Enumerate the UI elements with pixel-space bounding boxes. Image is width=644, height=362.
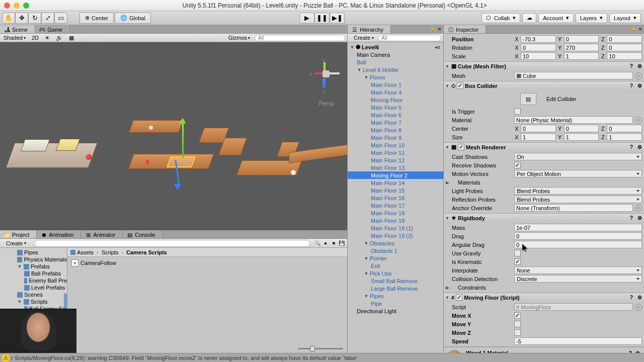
hierarchy-item[interactable]: Main Floor 9 bbox=[348, 134, 443, 141]
edit-collider-button[interactable]: ▨ bbox=[520, 93, 536, 105]
search-label-icon[interactable]: ★ bbox=[330, 240, 337, 247]
hierarchy-item[interactable]: Ball bbox=[348, 58, 443, 66]
2d-toggle[interactable]: 2D bbox=[30, 35, 40, 41]
scene-search[interactable] bbox=[255, 35, 345, 41]
hierarchy-item[interactable]: Main Floor 10 bbox=[348, 141, 443, 149]
move-z-checkbox[interactable] bbox=[514, 329, 521, 336]
interpolate-dropdown[interactable]: None bbox=[514, 266, 642, 274]
shaded-dropdown[interactable]: Shaded▾ bbox=[2, 35, 27, 41]
hierarchy-item[interactable]: Exit bbox=[348, 262, 443, 269]
help-icon[interactable]: ? bbox=[627, 349, 634, 353]
cast-shadows-dropdown[interactable]: On bbox=[514, 153, 642, 160]
object-picker-icon[interactable]: ○ bbox=[635, 72, 642, 79]
panel-menu-icon[interactable]: ≡ bbox=[436, 25, 443, 32]
inspector-menu-icon[interactable]: ≡ bbox=[637, 25, 644, 32]
breadcrumb-camera-scripts[interactable]: Camera Scripts bbox=[126, 249, 167, 255]
physic-material-field[interactable]: None (Physic Material) bbox=[514, 116, 633, 124]
audio-toggle[interactable]: 🔊 bbox=[54, 35, 64, 41]
rect-tool[interactable]: ▭ bbox=[54, 13, 67, 24]
cloud-button[interactable]: ☁ bbox=[522, 13, 536, 23]
gear-icon[interactable]: ⚙ bbox=[636, 63, 643, 70]
component-enabled-checkbox[interactable]: ✓ bbox=[457, 82, 463, 89]
rot-z[interactable]: 0 bbox=[607, 44, 642, 51]
search-filter-icon[interactable]: 🔍 bbox=[314, 240, 321, 247]
reflection-probes-dropdown[interactable]: Blend Probes bbox=[514, 196, 642, 203]
hierarchy-item[interactable]: Pipe bbox=[348, 300, 443, 307]
pos-z[interactable]: 0 bbox=[607, 35, 642, 43]
inspector-tab[interactable]: ⓘInspector bbox=[444, 25, 486, 33]
inspector-lock-icon[interactable]: 🔒 bbox=[630, 25, 637, 32]
object-picker-icon[interactable]: ○ bbox=[635, 117, 642, 124]
tree-scrollbar[interactable] bbox=[64, 293, 67, 308]
gizmos-dropdown[interactable]: Gizmos▾ bbox=[227, 35, 252, 41]
maximize-window[interactable] bbox=[23, 3, 29, 9]
rot-x[interactable]: 0 bbox=[521, 44, 556, 51]
move-tool[interactable]: ✥ bbox=[15, 13, 28, 24]
help-icon[interactable]: ? bbox=[628, 215, 635, 222]
project-files[interactable]: #CameraFollow bbox=[67, 257, 347, 353]
object-picker-icon[interactable]: ○ bbox=[635, 304, 642, 311]
hierarchy-item[interactable]: Main Floor 19 (1) bbox=[348, 224, 443, 232]
minimize-window[interactable] bbox=[14, 3, 20, 9]
search-save-icon[interactable]: 💾 bbox=[338, 240, 345, 247]
scale-z[interactable]: 10 bbox=[607, 52, 642, 60]
gear-icon[interactable]: ⚙ bbox=[636, 144, 643, 151]
angular-drag-field[interactable]: 0 bbox=[514, 241, 642, 248]
scale-y[interactable]: 1 bbox=[564, 52, 599, 60]
hierarchy-item[interactable]: ▼Pointer bbox=[348, 254, 443, 262]
light-probes-dropdown[interactable]: Blend Probes bbox=[514, 187, 642, 195]
center-x[interactable]: 0 bbox=[521, 125, 556, 132]
hierarchy-item[interactable]: Main Floor 13 bbox=[348, 164, 443, 171]
hierarchy-item[interactable]: Main Floor 17 bbox=[348, 202, 443, 209]
hierarchy-item[interactable]: Directional Light bbox=[348, 307, 443, 315]
scene-tab[interactable]: 🏞Scene bbox=[0, 25, 35, 33]
pivot-center-toggle[interactable]: ⊕Center bbox=[79, 13, 114, 24]
scale-x[interactable]: 10 bbox=[521, 52, 556, 60]
help-icon[interactable]: ? bbox=[628, 63, 635, 70]
hierarchy-item[interactable]: Main Floor 4 bbox=[348, 88, 443, 96]
account-dropdown[interactable]: Account▾ bbox=[538, 13, 574, 23]
hierarchy-item[interactable]: Main Floor 7 bbox=[348, 119, 443, 126]
center-z[interactable]: 0 bbox=[607, 125, 642, 132]
perspective-label[interactable]: Persp bbox=[319, 100, 335, 107]
hierarchy-item[interactable]: Main Floor 11 bbox=[348, 149, 443, 156]
help-icon[interactable]: ? bbox=[628, 294, 635, 301]
project-tab[interactable]: 📁Project bbox=[0, 230, 37, 238]
hierarchy-item[interactable]: Main Floor 15 bbox=[348, 187, 443, 194]
size-z[interactable]: 1 bbox=[607, 133, 642, 141]
hierarchy-item[interactable]: Obstacle 1 bbox=[348, 247, 443, 254]
project-search[interactable] bbox=[34, 240, 310, 247]
center-y[interactable]: 0 bbox=[564, 125, 599, 132]
hierarchy-item[interactable]: ▼Obstacles bbox=[348, 239, 443, 247]
hierarchy-item[interactable]: Large Ball Remove bbox=[348, 285, 443, 292]
project-icon-size-slider[interactable] bbox=[298, 345, 343, 352]
hierarchy-item[interactable]: ▼Pipes bbox=[348, 292, 443, 300]
scale-tool[interactable]: ⤢ bbox=[41, 13, 54, 24]
game-tab[interactable]: 🎮Game bbox=[35, 25, 70, 33]
mass-field[interactable]: 1e-07 bbox=[514, 224, 642, 231]
hierarchy-item[interactable]: Main Floor 16 bbox=[348, 194, 443, 202]
hierarchy-item[interactable]: Main Floor 6 bbox=[348, 111, 443, 119]
is-kinematic-checkbox[interactable]: ✓ bbox=[514, 258, 521, 265]
help-icon[interactable]: ? bbox=[628, 144, 635, 151]
anchor-override-field[interactable]: None (Transform) bbox=[514, 204, 633, 212]
gear-icon[interactable]: ⚙ bbox=[636, 215, 643, 222]
close-window[interactable] bbox=[4, 3, 10, 9]
hierarchy-create[interactable]: Create▾ bbox=[350, 35, 378, 41]
hand-tool[interactable]: ✋ bbox=[2, 13, 15, 24]
rotate-tool[interactable]: ↻ bbox=[28, 13, 41, 24]
lighting-toggle[interactable]: ☀ bbox=[43, 35, 51, 41]
motion-vectors-dropdown[interactable]: Per Object Motion bbox=[514, 170, 642, 177]
scene-gizmo[interactable]: y x z bbox=[309, 57, 340, 93]
hierarchy-item[interactable]: Main Floor 12 bbox=[348, 156, 443, 164]
pos-x[interactable]: -70.3 bbox=[521, 35, 556, 43]
hierarchy-item[interactable]: ▼Level 6 Holder bbox=[348, 66, 443, 73]
hierarchy-item-selected[interactable]: Moving Floor 2 bbox=[348, 171, 443, 179]
help-icon[interactable]: ? bbox=[628, 82, 635, 89]
project-create-dropdown[interactable]: Create▾ bbox=[2, 240, 30, 246]
component-enabled-checkbox[interactable]: ✓ bbox=[456, 294, 462, 301]
layers-dropdown[interactable]: Layers▾ bbox=[576, 13, 607, 23]
gear-icon[interactable]: ⚙ bbox=[634, 349, 641, 353]
pos-y[interactable]: 0 bbox=[564, 35, 599, 43]
rot-y[interactable]: 270 bbox=[564, 44, 599, 51]
